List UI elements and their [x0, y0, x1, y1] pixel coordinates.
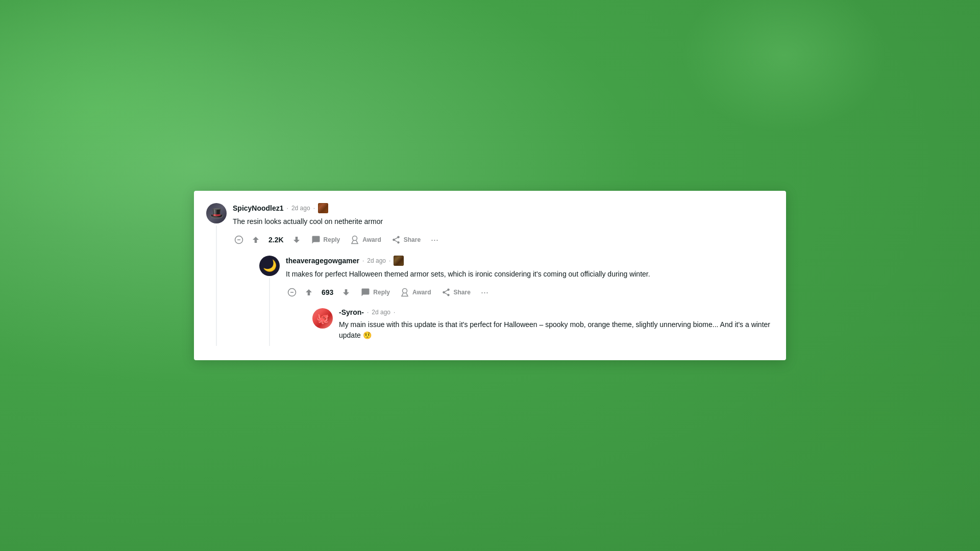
- share-icon-2: [442, 288, 451, 297]
- action-bar-2: 693 Reply Award: [286, 285, 774, 300]
- double-nested-inner: 🐙 -Syron- · 2d ago ·: [312, 308, 774, 346]
- avatar-syron: 🐙: [312, 308, 333, 329]
- more-button-2[interactable]: ···: [477, 285, 493, 300]
- reply-label-2: Reply: [373, 289, 390, 296]
- svg-point-5: [403, 289, 407, 293]
- comment-body-1: SpicyNoodlez1 · 2d ago · The resin looks…: [233, 203, 774, 346]
- username-spicynoodlez1[interactable]: SpicyNoodlez1: [233, 204, 284, 212]
- reply-button-2[interactable]: Reply: [357, 285, 394, 300]
- reply-label-1: Reply: [324, 236, 340, 243]
- share-button-2[interactable]: Share: [437, 285, 475, 300]
- comment-header-2: theaveragegowgamer · 2d ago ·: [286, 256, 774, 266]
- collapse-button-1[interactable]: [233, 234, 245, 246]
- award-label-1: Award: [362, 236, 381, 243]
- comment-text-2: It makes for perfect Halloween themed ar…: [286, 269, 774, 280]
- timestamp-2: 2d ago: [367, 257, 386, 264]
- timestamp-3: 2d ago: [372, 309, 390, 316]
- upvote-button-1[interactable]: [247, 232, 264, 247]
- username-syron[interactable]: -Syron-: [339, 308, 364, 316]
- share-button-1[interactable]: Share: [387, 232, 425, 247]
- avatar-theaveragegowgamer: 🌙: [259, 256, 280, 276]
- username-theaveragegowgamer[interactable]: theaveragegowgamer: [286, 257, 359, 265]
- comment-card: 🎩 SpicyNoodlez1 · 2d ago · The resin loo…: [194, 191, 786, 360]
- nested-comment-2: 🐙 -Syron- · 2d ago ·: [312, 308, 774, 346]
- vote-count-2: 693: [320, 288, 335, 296]
- flair-spicy: [318, 203, 328, 213]
- vote-count-1: 2.2K: [266, 236, 286, 244]
- thread-line-1: [216, 226, 217, 346]
- upvote-icon-1: [251, 235, 260, 244]
- more-button-1[interactable]: ···: [427, 232, 443, 247]
- award-icon-2: [400, 288, 409, 297]
- collapse-button-2[interactable]: [286, 286, 298, 298]
- comment-body-2: theaveragegowgamer · 2d ago · It makes f…: [286, 256, 774, 346]
- collapse-icon-1: [234, 235, 243, 244]
- avatar-spicynoodlez1: 🎩: [206, 203, 227, 223]
- action-bar-1: 2.2K Reply Award Share ···: [233, 232, 774, 247]
- collapse-icon-2: [287, 288, 297, 297]
- nested-comment-1: 🌙 theaveragegowgamer · 2d ago · It makes: [259, 256, 774, 346]
- award-label-2: Award: [412, 289, 431, 296]
- award-button-1[interactable]: Award: [346, 232, 385, 247]
- share-label-1: Share: [404, 236, 421, 243]
- comment-text-1: The resin looks actually cool on netheri…: [233, 216, 774, 227]
- award-button-2[interactable]: Award: [396, 285, 435, 300]
- upvote-button-2[interactable]: [300, 285, 317, 300]
- award-icon-1: [350, 235, 359, 244]
- reply-icon-1: [311, 235, 321, 244]
- comment-header-1: SpicyNoodlez1 · 2d ago ·: [233, 203, 774, 213]
- reply-icon-2: [361, 288, 370, 297]
- comment-body-3: -Syron- · 2d ago · My main issue with th…: [339, 308, 774, 346]
- nested-inner-1: 🌙 theaveragegowgamer · 2d ago · It makes: [259, 256, 774, 346]
- share-icon-1: [391, 235, 401, 244]
- thread-line-2: [269, 278, 270, 346]
- flair-avg: [394, 256, 404, 266]
- upvote-icon-2: [304, 288, 313, 297]
- timestamp-1: 2d ago: [291, 205, 310, 212]
- downvote-button-1[interactable]: [288, 232, 305, 247]
- comment-text-3: My main issue with this update is that i…: [339, 319, 774, 341]
- downvote-icon-1: [292, 235, 301, 244]
- top-level-comment: 🎩 SpicyNoodlez1 · 2d ago · The resin loo…: [206, 203, 774, 346]
- reply-button-1[interactable]: Reply: [307, 232, 345, 247]
- downvote-icon-2: [341, 288, 351, 297]
- share-label-2: Share: [454, 289, 471, 296]
- svg-point-2: [353, 236, 357, 241]
- downvote-button-2[interactable]: [337, 285, 355, 300]
- comment-header-3: -Syron- · 2d ago ·: [339, 308, 774, 316]
